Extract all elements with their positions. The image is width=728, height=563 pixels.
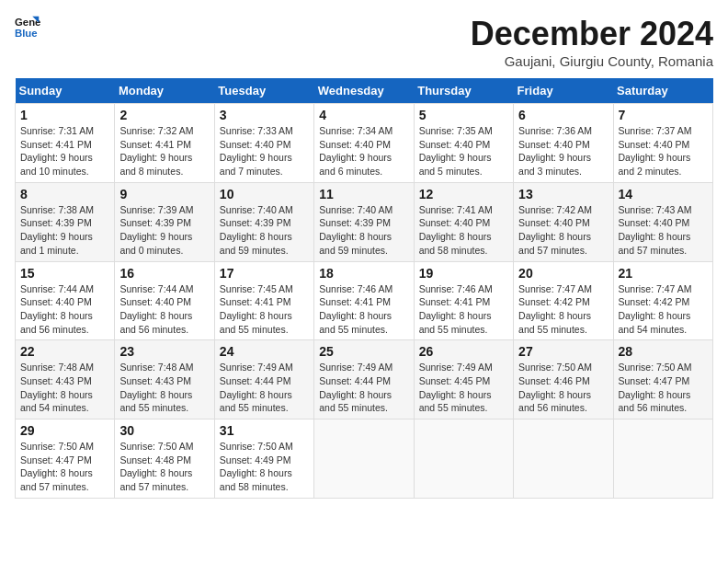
day-number: 7 (619, 108, 708, 122)
day-info: Sunrise: 7:50 AM Sunset: 4:47 PM Dayligh… (20, 440, 109, 494)
day-number: 20 (518, 266, 608, 281)
day-info: Sunrise: 7:47 AM Sunset: 4:42 PM Dayligh… (518, 282, 608, 337)
weekday-header-friday: Friday (514, 78, 613, 104)
calendar-cell: 27Sunrise: 7:50 AM Sunset: 4:46 PM Dayli… (514, 340, 613, 419)
day-number: 8 (20, 187, 109, 201)
day-info: Sunrise: 7:32 AM Sunset: 4:41 PM Dayligh… (119, 124, 209, 178)
weekday-header-thursday: Thursday (414, 78, 513, 104)
day-info: Sunrise: 7:38 AM Sunset: 4:39 PM Dayligh… (20, 203, 109, 258)
weekday-header-saturday: Saturday (613, 78, 712, 104)
calendar-cell: 13Sunrise: 7:42 AM Sunset: 4:40 PM Dayli… (514, 182, 613, 261)
day-number: 25 (319, 344, 408, 359)
day-number: 17 (220, 266, 309, 281)
day-number: 15 (20, 266, 109, 281)
calendar-week-row: 29Sunrise: 7:50 AM Sunset: 4:47 PM Dayli… (16, 419, 713, 499)
day-info: Sunrise: 7:42 AM Sunset: 4:40 PM Dayligh… (518, 203, 608, 258)
day-number: 13 (518, 187, 608, 201)
calendar-cell: 3Sunrise: 7:33 AM Sunset: 4:40 PM Daylig… (214, 104, 313, 183)
day-info: Sunrise: 7:39 AM Sunset: 4:39 PM Dayligh… (119, 203, 209, 258)
calendar-cell: 8Sunrise: 7:38 AM Sunset: 4:39 PM Daylig… (16, 182, 115, 261)
logo-icon: General Blue (15, 15, 40, 40)
calendar-cell: 18Sunrise: 7:46 AM Sunset: 4:41 PM Dayli… (314, 261, 414, 340)
calendar-cell: 11Sunrise: 7:40 AM Sunset: 4:39 PM Dayli… (314, 182, 414, 261)
day-number: 29 (20, 423, 109, 438)
calendar-cell: 5Sunrise: 7:35 AM Sunset: 4:40 PM Daylig… (414, 104, 513, 183)
page-header: General Blue December 2024 Gaujani, Giur… (15, 15, 713, 69)
day-info: Sunrise: 7:48 AM Sunset: 4:43 PM Dayligh… (20, 361, 109, 415)
day-number: 11 (319, 187, 408, 201)
calendar-cell (314, 419, 414, 499)
calendar-cell: 4Sunrise: 7:34 AM Sunset: 4:40 PM Daylig… (314, 104, 414, 183)
day-number: 4 (319, 108, 408, 122)
day-info: Sunrise: 7:35 AM Sunset: 4:40 PM Dayligh… (419, 124, 508, 178)
calendar-cell: 24Sunrise: 7:49 AM Sunset: 4:44 PM Dayli… (214, 340, 313, 419)
day-info: Sunrise: 7:50 AM Sunset: 4:47 PM Dayligh… (619, 361, 708, 415)
calendar-cell: 7Sunrise: 7:37 AM Sunset: 4:40 PM Daylig… (613, 104, 712, 183)
calendar-cell: 19Sunrise: 7:46 AM Sunset: 4:41 PM Dayli… (414, 261, 513, 340)
weekday-header-row: SundayMondayTuesdayWednesdayThursdayFrid… (16, 78, 713, 104)
calendar-cell: 6Sunrise: 7:36 AM Sunset: 4:40 PM Daylig… (514, 104, 613, 183)
calendar-table: SundayMondayTuesdayWednesdayThursdayFrid… (15, 78, 713, 499)
calendar-cell: 1Sunrise: 7:31 AM Sunset: 4:41 PM Daylig… (16, 104, 115, 183)
day-number: 21 (619, 266, 708, 281)
day-info: Sunrise: 7:37 AM Sunset: 4:40 PM Dayligh… (619, 124, 708, 178)
calendar-cell: 17Sunrise: 7:45 AM Sunset: 4:41 PM Dayli… (214, 261, 313, 340)
calendar-cell: 9Sunrise: 7:39 AM Sunset: 4:39 PM Daylig… (115, 182, 214, 261)
day-number: 2 (119, 108, 209, 122)
day-info: Sunrise: 7:47 AM Sunset: 4:42 PM Dayligh… (619, 282, 708, 337)
calendar-cell (514, 419, 613, 499)
weekday-header-tuesday: Tuesday (214, 78, 313, 104)
day-info: Sunrise: 7:48 AM Sunset: 4:43 PM Dayligh… (119, 361, 209, 415)
day-info: Sunrise: 7:50 AM Sunset: 4:48 PM Dayligh… (119, 440, 209, 494)
calendar-cell: 29Sunrise: 7:50 AM Sunset: 4:47 PM Dayli… (16, 419, 115, 499)
day-number: 26 (419, 344, 508, 359)
day-number: 14 (619, 187, 708, 201)
day-number: 10 (220, 187, 309, 201)
day-number: 18 (319, 266, 408, 281)
title-area: December 2024 Gaujani, Giurgiu County, R… (471, 15, 713, 69)
day-info: Sunrise: 7:36 AM Sunset: 4:40 PM Dayligh… (518, 124, 608, 178)
day-number: 19 (419, 266, 508, 281)
day-number: 6 (518, 108, 608, 122)
day-number: 27 (518, 344, 608, 359)
day-info: Sunrise: 7:40 AM Sunset: 4:39 PM Dayligh… (220, 203, 309, 258)
day-info: Sunrise: 7:49 AM Sunset: 4:44 PM Dayligh… (220, 361, 309, 415)
calendar-week-row: 1Sunrise: 7:31 AM Sunset: 4:41 PM Daylig… (16, 104, 713, 183)
calendar-cell: 21Sunrise: 7:47 AM Sunset: 4:42 PM Dayli… (613, 261, 712, 340)
calendar-cell: 31Sunrise: 7:50 AM Sunset: 4:49 PM Dayli… (214, 419, 313, 499)
day-info: Sunrise: 7:50 AM Sunset: 4:49 PM Dayligh… (220, 440, 309, 494)
day-number: 5 (419, 108, 508, 122)
day-info: Sunrise: 7:40 AM Sunset: 4:39 PM Dayligh… (319, 203, 408, 258)
calendar-week-row: 8Sunrise: 7:38 AM Sunset: 4:39 PM Daylig… (16, 182, 713, 261)
day-number: 12 (419, 187, 508, 201)
day-info: Sunrise: 7:50 AM Sunset: 4:46 PM Dayligh… (518, 361, 608, 415)
day-info: Sunrise: 7:49 AM Sunset: 4:44 PM Dayligh… (319, 361, 408, 415)
day-number: 28 (619, 344, 708, 359)
day-info: Sunrise: 7:33 AM Sunset: 4:40 PM Dayligh… (220, 124, 309, 178)
calendar-cell: 26Sunrise: 7:49 AM Sunset: 4:45 PM Dayli… (414, 340, 513, 419)
calendar-week-row: 15Sunrise: 7:44 AM Sunset: 4:40 PM Dayli… (16, 261, 713, 340)
calendar-cell: 23Sunrise: 7:48 AM Sunset: 4:43 PM Dayli… (115, 340, 214, 419)
day-info: Sunrise: 7:44 AM Sunset: 4:40 PM Dayligh… (119, 282, 209, 337)
day-info: Sunrise: 7:46 AM Sunset: 4:41 PM Dayligh… (319, 282, 408, 337)
calendar-cell: 30Sunrise: 7:50 AM Sunset: 4:48 PM Dayli… (115, 419, 214, 499)
calendar-cell: 2Sunrise: 7:32 AM Sunset: 4:41 PM Daylig… (115, 104, 214, 183)
calendar-cell: 10Sunrise: 7:40 AM Sunset: 4:39 PM Dayli… (214, 182, 313, 261)
calendar-cell: 15Sunrise: 7:44 AM Sunset: 4:40 PM Dayli… (16, 261, 115, 340)
calendar-cell (414, 419, 513, 499)
day-number: 24 (220, 344, 309, 359)
day-info: Sunrise: 7:41 AM Sunset: 4:40 PM Dayligh… (419, 203, 508, 258)
calendar-cell (613, 419, 712, 499)
calendar-cell: 20Sunrise: 7:47 AM Sunset: 4:42 PM Dayli… (514, 261, 613, 340)
day-number: 1 (20, 108, 109, 122)
day-number: 31 (220, 423, 309, 438)
weekday-header-monday: Monday (115, 78, 214, 104)
calendar-cell: 25Sunrise: 7:49 AM Sunset: 4:44 PM Dayli… (314, 340, 414, 419)
logo: General Blue (15, 15, 40, 40)
calendar-week-row: 22Sunrise: 7:48 AM Sunset: 4:43 PM Dayli… (16, 340, 713, 419)
day-info: Sunrise: 7:31 AM Sunset: 4:41 PM Dayligh… (20, 124, 109, 178)
weekday-header-sunday: Sunday (16, 78, 115, 104)
day-number: 3 (220, 108, 309, 122)
day-number: 23 (119, 344, 209, 359)
day-info: Sunrise: 7:44 AM Sunset: 4:40 PM Dayligh… (20, 282, 109, 337)
